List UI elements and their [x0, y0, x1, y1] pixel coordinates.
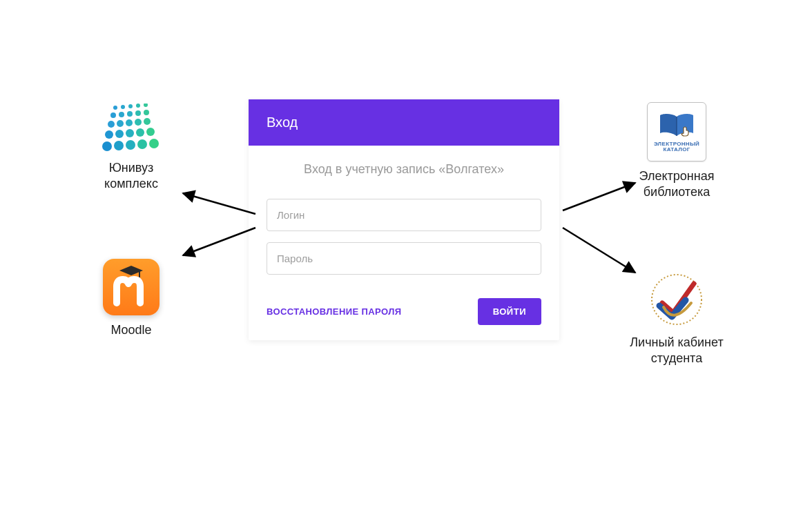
svg-point-15: [105, 130, 113, 139]
svg-point-12: [126, 119, 133, 126]
svg-point-22: [126, 140, 135, 150]
destination-student-cabinet: Личный кабинет студента: [615, 271, 739, 367]
destination-label: Юнивуз комплекс: [69, 160, 193, 193]
destination-label: Личный кабинет студента: [615, 335, 739, 367]
svg-point-23: [137, 139, 147, 149]
svg-line-28: [183, 193, 255, 214]
svg-point-9: [144, 110, 149, 115]
sign-in-button[interactable]: ВОЙТИ: [478, 298, 541, 325]
diagram-stage: Вход Вход в учетную запись «Волгатех» ВО…: [0, 0, 812, 530]
destination-moodle: Moodle: [69, 259, 193, 338]
svg-point-11: [117, 120, 124, 127]
svg-point-6: [119, 112, 124, 117]
destination-label: Электронная библиотека: [615, 168, 739, 201]
svg-point-0: [113, 106, 117, 110]
login-subtitle: Вход в учетную запись «Волгатех»: [249, 146, 559, 188]
password-recovery-link[interactable]: ВОССТАНОВЛЕНИЕ ПАРОЛЯ: [267, 306, 401, 317]
catalog-icon: ЭЛЕКТРОННЫЙ КАТАЛОГ: [615, 102, 739, 161]
svg-point-1: [121, 105, 125, 109]
svg-point-16: [115, 130, 124, 138]
svg-point-10: [108, 121, 115, 128]
svg-line-31: [563, 228, 635, 273]
svg-point-24: [149, 139, 159, 148]
login-header: Вход: [249, 99, 559, 146]
svg-point-18: [136, 128, 144, 137]
destination-electronic-library: ЭЛЕКТРОННЫЙ КАТАЛОГ Электронная библиоте…: [615, 102, 739, 201]
svg-point-5: [110, 112, 116, 118]
catalog-tile-caption: ЭЛЕКТРОННЫЙ КАТАЛОГ: [648, 141, 706, 153]
svg-point-13: [135, 119, 142, 126]
svg-rect-26: [139, 271, 140, 277]
login-card: Вход Вход в учетную запись «Волгатех» ВО…: [249, 99, 559, 340]
svg-point-4: [144, 104, 148, 107]
svg-line-29: [183, 228, 255, 255]
svg-point-3: [136, 104, 140, 108]
univuz-icon: [102, 104, 161, 153]
login-input[interactable]: [267, 199, 541, 231]
svg-point-21: [114, 141, 124, 150]
svg-point-8: [135, 110, 141, 116]
password-input[interactable]: [267, 242, 541, 275]
svg-point-19: [146, 128, 155, 136]
moodle-icon: [69, 259, 193, 315]
svg-point-7: [127, 111, 133, 117]
destination-univuz: Юнивуз комплекс: [69, 104, 193, 193]
svg-point-17: [126, 129, 134, 137]
destination-label: Moodle: [69, 322, 193, 338]
svg-point-14: [144, 118, 151, 125]
volgatech-emblem-icon: [646, 271, 708, 328]
svg-point-2: [128, 104, 133, 108]
svg-point-20: [102, 141, 112, 151]
